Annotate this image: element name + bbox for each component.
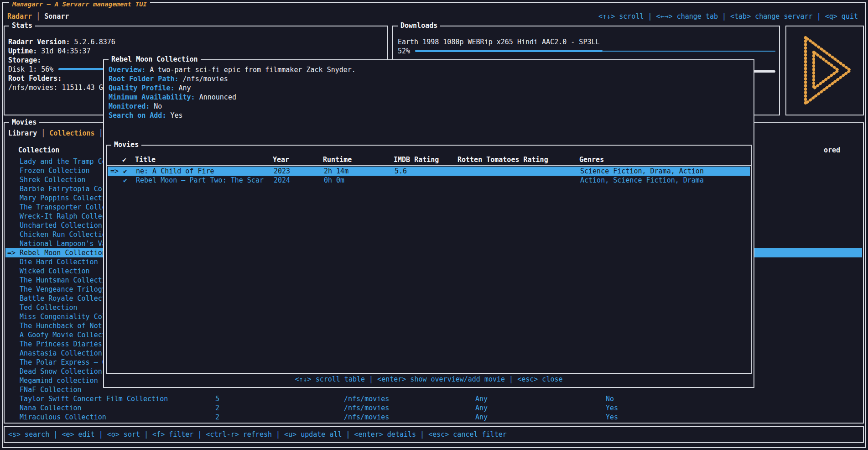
collection-quality-profile: Any	[475, 403, 488, 413]
movie-check: ✔	[123, 176, 127, 185]
collection-name: The Hunchback of Notr	[7, 321, 106, 330]
collection-name: FNaF Collection	[7, 385, 82, 394]
collection-name: Chicken Run Collectio	[7, 230, 106, 239]
movie-year: 2023	[274, 167, 290, 176]
root-folder-value: /nfs/movies: 11511.43 GB	[8, 83, 107, 92]
search-on-add-value: Yes	[170, 111, 182, 120]
collection-quality-profile: Any	[475, 394, 488, 403]
modal-field-overview: Overview: A two-part sci-fi epic from fi…	[109, 65, 356, 74]
stats-version-line: Radarr Version: 5.2.6.8376	[8, 37, 115, 47]
modal-movie-rows: =>✔ne: A Child of Fire20232h 14m5.6Scien…	[107, 146, 751, 373]
movie-imdb-rating: 5.6	[395, 167, 407, 176]
servarr-tab-separator-glyph: │	[36, 12, 40, 21]
collection-movie-count: 2	[215, 413, 219, 422]
servarr-tab-separator	[32, 12, 36, 21]
collection-name: Frozen Collection	[7, 166, 90, 175]
stats-uptime-label: Uptime:	[8, 47, 37, 55]
movie-runtime: 0h 0m	[324, 176, 344, 185]
root-folder-label: Root Folder Path:	[109, 75, 179, 83]
monitored-value: No	[154, 102, 162, 110]
collection-name: Barbie Fairytopia Col	[7, 184, 106, 194]
bottom-bar: <s> search | <e> edit | <o> sort | <f> f…	[4, 426, 864, 443]
collection-name: The Polar Express – C	[7, 358, 106, 367]
collection-name: Uncharted Collection	[7, 221, 102, 230]
collection-monitored: Yes	[606, 413, 618, 422]
modal-field-min-availability: Minimum Availability: Announced	[109, 93, 236, 102]
stats-panel-title: Stats	[9, 21, 35, 30]
collection-name: Nana Collection	[7, 403, 82, 413]
collection-name: The Transporter Colle	[7, 203, 106, 212]
downloads-panel-title: Downloads	[398, 21, 440, 30]
movie-year: 2024	[274, 176, 290, 185]
movie-genres: Science Fiction, Drama, Action	[580, 167, 704, 176]
collection-name: A Goofy Movie Collect	[7, 330, 106, 340]
tab-sonarr[interactable]: Sonarr	[44, 12, 69, 21]
collection-name: Die Hard Collection	[7, 257, 98, 267]
app-title: Managarr — A Servarr management TUI	[9, 0, 150, 10]
stats-storage-heading: Storage:	[8, 56, 41, 65]
quality-profile-value: Any	[179, 84, 191, 92]
disk-usage-label: Disk 1: 56%	[8, 65, 53, 74]
collection-monitored: Yes	[606, 403, 618, 413]
collection-quality-profile: Any	[475, 413, 488, 422]
movie-check: ✔	[123, 167, 127, 176]
collection-name: Wreck-It Ralph Collec	[7, 212, 106, 221]
download-item-name: Earth 1998 1080p WEBRip x265 Hindi AAC2.…	[398, 37, 600, 47]
movie-selection-prefix: =>	[110, 167, 119, 176]
collection-name: Wicked Collection	[7, 267, 90, 276]
overview-label: Overview:	[109, 66, 146, 74]
collection-name: Ted Collection	[7, 303, 78, 312]
collection-name: Anastasia Collection	[7, 349, 102, 358]
stats-version-label: Radarr Version:	[8, 38, 70, 46]
collection-monitored: No	[606, 394, 614, 403]
collection-row[interactable]: Nana Collection2/nfs/moviesAnyYes	[5, 403, 862, 413]
quality-profile-label: Quality Profile:	[109, 84, 175, 92]
collection-root-folder: /nfs/movies	[344, 394, 389, 403]
overview-value: A two-part sci-fi epic from filmmaker Za…	[150, 66, 356, 74]
collection-root-folder: /nfs/movies	[344, 403, 389, 413]
collection-name: Dead Snow Collection	[7, 367, 102, 376]
tab-radarr[interactable]: Radarr	[7, 12, 32, 21]
bottom-keybind-hints: <s> search | <e> edit | <o> sort | <f> f…	[8, 430, 507, 439]
modal-field-search-on-add: Search on Add: Yes	[109, 111, 183, 120]
collection-name: The Huntsman Collecti	[7, 276, 106, 285]
modal-title: Rebel Moon Collection	[109, 55, 201, 64]
movie-row[interactable]: ✔Rebel Moon – Part Two: The Scar20240h 0…	[108, 176, 750, 185]
collection-root-folder: /nfs/movies	[344, 413, 389, 422]
search-on-add-label: Search on Add:	[109, 111, 166, 120]
top-keybind-hints: <↑↓> scroll | <←→> change tab | <tab> ch…	[598, 12, 858, 21]
collection-row[interactable]: Miraculous Collection2/nfs/moviesAnyYes	[5, 413, 862, 422]
movie-genres: Action, Science Fiction, Drama	[580, 176, 704, 185]
collection-name: Megamind collection	[7, 376, 98, 385]
modal-field-root-folder: Root Folder Path: /nfs/movies	[109, 74, 228, 84]
collection-name: Taylor Swift Concert Film Collection	[7, 394, 168, 403]
collection-movie-count: 2	[215, 403, 219, 413]
min-availability-value: Announced	[199, 93, 236, 101]
movie-row-selected[interactable]: =>✔ne: A Child of Fire20232h 14m5.6Scien…	[108, 167, 750, 176]
root-folders-heading: Root Folders:	[8, 74, 62, 83]
movie-title: Rebel Moon – Part Two: The Scar	[136, 176, 264, 185]
collection-row[interactable]: Taylor Swift Concert Film Collection5/nf…	[5, 394, 862, 403]
collection-name: Shrek Collection	[7, 175, 86, 184]
download-percent-label: 52%	[398, 47, 410, 56]
collection-details-modal: Rebel Moon Collection Overview: A two-pa…	[103, 59, 754, 388]
monitored-label: Monitored:	[109, 102, 150, 110]
modal-movies-table: Movies ✔ Title Year Runtime IMDB Rating …	[106, 145, 752, 374]
download-progress-gauge	[415, 49, 775, 52]
collection-name: The Princess Diaries	[7, 340, 102, 349]
stats-version-value: 5.2.6.8376	[74, 38, 115, 46]
modal-keybind-hints: <↑↓> scroll table | <enter> show overvie…	[104, 375, 754, 384]
stats-uptime-line: Uptime: 31d 04:35:37	[8, 47, 91, 56]
movie-runtime: 2h 14m	[324, 167, 348, 176]
collection-movie-count: 5	[215, 394, 219, 403]
managarr-logo-icon	[795, 33, 856, 108]
modal-field-monitored: Monitored: No	[109, 102, 162, 111]
collection-name: National Lampoon's Va	[7, 239, 106, 248]
modal-field-quality-profile: Quality Profile: Any	[109, 84, 191, 93]
root-folder-value: /nfs/movies	[183, 75, 228, 83]
collection-name: Miss Congeniality Col	[7, 312, 106, 321]
collection-name: Mary Poppins Collecti	[7, 194, 106, 203]
collection-name: The Vengeance Trilogy	[7, 285, 106, 294]
servarr-tab-separator-space	[40, 12, 44, 21]
collection-name: Battle Royale Collect	[7, 294, 106, 303]
